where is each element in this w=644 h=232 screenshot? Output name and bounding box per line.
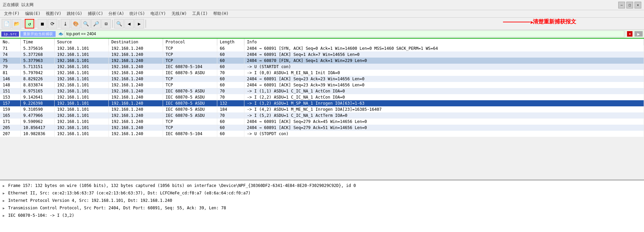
find-button[interactable]: 🔍 bbox=[114, 19, 124, 28]
title-bar: 正在捕获 以太网 — □ ✕ bbox=[0, 0, 644, 10]
find-next-button[interactable]: ▶ bbox=[135, 19, 144, 28]
packet-area[interactable]: No. Time Source Destination Protocol Len… bbox=[0, 39, 644, 180]
menu-item-g[interactable]: 跳转(G) bbox=[64, 10, 85, 17]
menu-item-a[interactable]: 分析(A) bbox=[106, 10, 127, 17]
find-prev-button[interactable]: ◀ bbox=[124, 19, 134, 28]
menu-item-s[interactable]: 统计(S) bbox=[127, 10, 148, 17]
table-row[interactable]: 159 9.310590 192.168.1.101 192.168.1.240… bbox=[0, 106, 644, 112]
toolbar-separator-1 bbox=[23, 20, 23, 28]
table-row[interactable]: 153 9.142641 192.168.1.101 192.168.1.240… bbox=[0, 94, 644, 100]
cell-no: 207 bbox=[0, 131, 20, 137]
reload-button[interactable]: ⟳ bbox=[48, 19, 57, 28]
table-row[interactable]: 205 10.856417 192.168.1.101 192.168.1.24… bbox=[0, 125, 644, 131]
cell-destination: 192.168.1.240 bbox=[108, 106, 163, 112]
menu-item-e[interactable]: 编辑(E) bbox=[22, 10, 43, 17]
cell-time: 9.477966 bbox=[20, 112, 54, 119]
table-row[interactable]: 74 5.377268 192.168.1.101 192.168.1.240 … bbox=[0, 51, 644, 58]
cell-length: 60 bbox=[217, 51, 244, 58]
cell-length: 60 bbox=[217, 82, 244, 88]
cell-protocol: TCP bbox=[163, 76, 217, 82]
cell-info: 2404 → 60891 [SYN, ACK] Seq=0 Ack=1 Win=… bbox=[244, 45, 644, 51]
cell-destination: 192.168.1.240 bbox=[108, 82, 163, 88]
cell-time: 5.377963 bbox=[20, 58, 54, 64]
filter-close-button[interactable]: ✕ bbox=[627, 31, 632, 37]
detail-row[interactable]: ▶ Transmission Control Protocol, Src Por… bbox=[1, 204, 643, 212]
cell-protocol: IEC 60870-5 ASDU bbox=[163, 88, 217, 94]
menu-item-h[interactable]: 帮助(H) bbox=[210, 10, 232, 17]
expand-icon: ▶ bbox=[3, 199, 8, 203]
table-row[interactable]: 165 9.477966 192.168.1.101 192.168.1.240… bbox=[0, 112, 644, 119]
menu-item-c[interactable]: 捕获(C) bbox=[85, 10, 106, 17]
filter-fish-icon: 🐟 bbox=[58, 31, 63, 36]
table-row[interactable]: 75 5.377963 192.168.1.101 192.168.1.240 … bbox=[0, 58, 644, 64]
cell-info: 2404 → 60891 [ACK] Seq=279 Ack=51 Win=14… bbox=[244, 125, 644, 131]
cell-no: 71 bbox=[0, 45, 20, 51]
cell-source: 192.168.1.101 bbox=[54, 45, 108, 51]
minimize-button[interactable]: — bbox=[618, 2, 625, 8]
cell-time: 10.856417 bbox=[20, 125, 54, 131]
cell-no: 157 bbox=[0, 100, 20, 106]
cell-time: 9.142641 bbox=[20, 94, 54, 100]
colorize-button[interactable]: 🎨 bbox=[71, 19, 80, 28]
menu-item-v[interactable]: 视图(V) bbox=[43, 10, 64, 17]
open-button[interactable]: 📂 bbox=[12, 19, 21, 28]
close-button[interactable]: ✕ bbox=[635, 2, 641, 8]
table-row[interactable]: 148 8.833874 192.168.1.101 192.168.1.240… bbox=[0, 82, 644, 88]
menu-item-f[interactable]: 文件(F) bbox=[1, 10, 22, 17]
scroll-end-button[interactable]: ⤓ bbox=[61, 19, 70, 28]
cell-info: -> I (3,2) ASDU=1 M_SP_NA_1 Inrogen IOA[… bbox=[244, 100, 644, 106]
toolbar-separator-5 bbox=[145, 20, 146, 28]
detail-row[interactable]: ▶ Ethernet II, Src: ce:e2:13:b6:63:37 (c… bbox=[1, 189, 643, 197]
new-capture-button[interactable]: 📄 bbox=[2, 19, 11, 28]
cell-length: 60 bbox=[217, 125, 244, 131]
cell-source: 192.168.1.101 bbox=[54, 70, 108, 76]
col-header-source: Source bbox=[54, 39, 108, 45]
filter-apply-button[interactable]: ▶ bbox=[635, 31, 643, 37]
cell-no: 153 bbox=[0, 94, 20, 100]
detail-row[interactable]: ▶ IEC 60870-5-104: -> I (3,2) bbox=[1, 212, 643, 219]
cell-destination: 192.168.1.240 bbox=[108, 45, 163, 51]
col-header-time: Time bbox=[20, 39, 54, 45]
table-row[interactable]: 146 8.829226 192.168.1.101 192.168.1.240… bbox=[0, 76, 644, 82]
cell-info: 2404 → 60870 [FIN, ACK] Seq=1 Ack=1 Win=… bbox=[244, 58, 644, 64]
table-row[interactable]: 71 5.375616 192.168.1.101 192.168.1.240 … bbox=[0, 45, 644, 51]
cell-protocol: IEC 60870-5 ASDU bbox=[163, 70, 217, 76]
table-header-row: No. Time Source Destination Protocol Len… bbox=[0, 39, 644, 45]
cell-destination: 192.168.1.240 bbox=[108, 70, 163, 76]
toolbar: 📄 📂 ↺ ■ ⟳ ⤓ 🎨 🔍 🔎 ⊡ 🔍 ◀ ▶ 清楚重新捕获报文 bbox=[0, 18, 644, 30]
zoom-out-button[interactable]: 🔎 bbox=[91, 19, 101, 28]
detail-text: Internet Protocol Version 4, Src: 192.16… bbox=[8, 198, 172, 203]
cell-no: 205 bbox=[0, 125, 20, 131]
filter-input[interactable] bbox=[65, 30, 624, 37]
cell-info: -> I (1,1) ASDU=1 C_IC_NA_1 ActCon IOA=0 bbox=[244, 88, 644, 94]
menu-item-i[interactable]: 工具(I) bbox=[189, 10, 210, 17]
table-row[interactable]: 171 9.590962 192.168.1.101 192.168.1.240… bbox=[0, 119, 644, 125]
cell-length: 70 bbox=[217, 94, 244, 100]
expand-icon: ▶ bbox=[3, 206, 8, 210]
zoom-in-button[interactable]: 🔍 bbox=[81, 19, 90, 28]
cell-info: 2404 → 60891 [ACK] Seq=279 Ack=45 Win=14… bbox=[244, 119, 644, 125]
menu-item-y[interactable]: 电话(Y) bbox=[148, 10, 169, 17]
cell-info: 2404 → 60891 [ACK] Seq=23 Ack=39 Win=146… bbox=[244, 82, 644, 88]
table-row[interactable]: 81 5.797042 192.168.1.101 192.168.1.240 … bbox=[0, 70, 644, 76]
cell-info: -> I (2,2) ASDU=1 C_IC_NA_1 ActCon IOA=0 bbox=[244, 94, 644, 100]
cell-info: -> U (STOPDT con) bbox=[244, 131, 644, 137]
maximize-button[interactable]: □ bbox=[626, 2, 633, 8]
menu-item-w[interactable]: 无线(W) bbox=[169, 10, 190, 17]
cell-length: 60 bbox=[217, 58, 244, 64]
restart-capture-btn[interactable]: 重新开始当前捕获 bbox=[20, 31, 56, 37]
cell-time: 5.375616 bbox=[20, 45, 54, 51]
table-row[interactable]: 79 5.713151 192.168.1.101 192.168.1.240 … bbox=[0, 64, 644, 70]
detail-row[interactable]: ▶ Frame 157: 132 bytes on wire (1056 bit… bbox=[1, 182, 643, 189]
cell-destination: 192.168.1.240 bbox=[108, 51, 163, 58]
table-row[interactable]: 157 9.226398 192.168.1.101 192.168.1.240… bbox=[0, 100, 644, 106]
table-row[interactable]: 151 8.975165 192.168.1.101 192.168.1.240… bbox=[0, 88, 644, 94]
restart-capture-button[interactable]: ↺ bbox=[25, 19, 34, 28]
stop-button[interactable]: ■ bbox=[38, 19, 47, 28]
main-content: No. Time Source Destination Protocol Len… bbox=[0, 39, 644, 232]
normal-size-button[interactable]: ⊡ bbox=[101, 19, 111, 28]
cell-info: 2404 → 60891 [ACK] Seq=23 Ack=23 Win=146… bbox=[244, 76, 644, 82]
detail-row[interactable]: ▶ Internet Protocol Version 4, Src: 192.… bbox=[1, 197, 643, 204]
cell-time: 9.310590 bbox=[20, 106, 54, 112]
table-row[interactable]: 207 10.982836 192.168.1.101 192.168.1.24… bbox=[0, 131, 644, 137]
